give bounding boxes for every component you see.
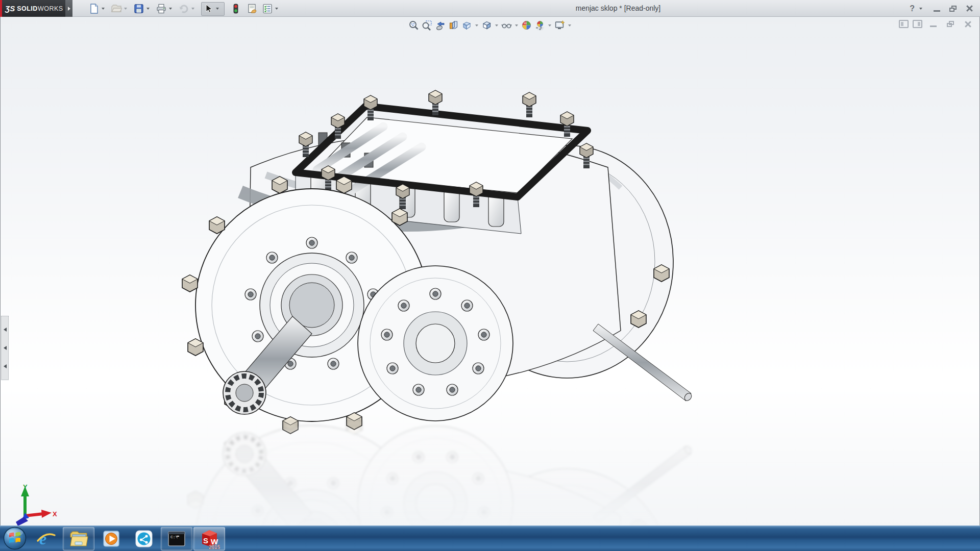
main-toolbar <box>87 2 283 16</box>
taskbar-solidworks[interactable]: S W 2015 <box>193 527 225 550</box>
restore-button[interactable] <box>946 4 960 13</box>
options-checklist-icon <box>262 3 273 14</box>
hide-show-items-dropdown[interactable] <box>514 24 519 27</box>
titlebar-window-controls: ? <box>910 0 976 17</box>
command-prompt-icon: C:\ <box>166 529 187 549</box>
print-button[interactable] <box>155 3 167 15</box>
eyeglasses-icon <box>501 20 512 31</box>
arrow-right-icon <box>68 7 70 11</box>
file-properties-button[interactable] <box>246 3 258 15</box>
windows-explorer-icon <box>68 529 89 549</box>
select-tool-group <box>201 2 225 16</box>
sw-year-badge: 2015 <box>209 544 220 549</box>
select-tool-dropdown[interactable] <box>214 3 220 15</box>
zoom-to-fit-icon <box>408 20 419 31</box>
options-dropdown[interactable] <box>274 3 280 15</box>
panel-left-icon <box>901 22 903 26</box>
windows-start-orb-icon <box>3 527 27 550</box>
new-document-dropdown[interactable] <box>100 3 106 15</box>
taskbar-internet-explorer[interactable]: e <box>30 527 62 550</box>
panel-right-icon <box>918 22 920 26</box>
arrow-left-icon <box>4 346 7 350</box>
solidworks-logo-text: SOLIDWORKS <box>17 5 63 12</box>
display-style-dropdown[interactable] <box>494 24 499 27</box>
traffic-light-icon <box>230 3 241 14</box>
undo-dropdown[interactable] <box>190 3 196 15</box>
save-button[interactable] <box>133 3 145 15</box>
rebuild-button[interactable] <box>230 3 242 15</box>
graphics-viewport[interactable]: Y X Z *Dimetric <box>0 17 980 525</box>
view-orientation-button[interactable] <box>461 19 473 31</box>
help-dropdown[interactable] <box>918 3 924 15</box>
taskbar-windows-explorer[interactable] <box>63 527 94 550</box>
undo-icon <box>178 3 189 14</box>
menu-expand-arrow[interactable] <box>65 0 72 17</box>
open-folder-icon <box>111 3 122 14</box>
taskbar: e C:\ <box>0 525 980 551</box>
arrow-left-icon <box>4 364 7 368</box>
start-button[interactable] <box>0 525 30 551</box>
restore-icon <box>949 6 957 12</box>
cmd-prompt-text: C:\ <box>170 535 178 539</box>
appearance-ball-icon <box>521 20 532 31</box>
minimize-button[interactable] <box>930 4 943 13</box>
gearbox-model-group <box>182 90 693 434</box>
viewport-window-controls <box>899 19 974 29</box>
doc-minimize-button[interactable] <box>926 19 940 29</box>
model-3d-gearbox[interactable] <box>164 65 705 525</box>
previous-view-icon <box>435 20 446 31</box>
printer-icon <box>156 3 167 14</box>
edit-appearance-button[interactable] <box>521 19 532 31</box>
solidworks-2015-icon: S W 2015 <box>199 528 220 549</box>
save-dropdown[interactable] <box>145 3 151 15</box>
open-dropdown[interactable] <box>122 3 129 15</box>
select-tool-button[interactable] <box>202 3 214 15</box>
doc-restore-button[interactable] <box>944 19 957 29</box>
zoom-to-area-button[interactable] <box>421 19 433 31</box>
share-app-icon <box>134 529 154 549</box>
zoom-to-area-icon <box>422 20 432 31</box>
doc-close-icon <box>965 21 971 28</box>
hide-show-items-button[interactable] <box>501 19 512 31</box>
doc-close-button[interactable] <box>961 19 974 29</box>
apply-scene-icon <box>534 20 545 31</box>
new-document-button[interactable] <box>88 3 100 15</box>
zoom-to-fit-button[interactable] <box>408 19 420 31</box>
feature-tree-collapsed-tab[interactable] <box>1 316 9 380</box>
view-settings-button[interactable] <box>554 19 566 31</box>
solidworks-logo-mark-icon: ƷS <box>5 4 15 13</box>
view-orientation-icon <box>461 20 472 31</box>
view-orientation-dropdown[interactable] <box>474 24 479 27</box>
triad-x-label: X <box>53 510 57 518</box>
doc-minimize-icon <box>930 26 937 27</box>
arrow-left-icon <box>4 328 7 332</box>
open-button[interactable] <box>110 3 122 15</box>
panel-toggle-left-button[interactable] <box>899 20 909 28</box>
display-style-button[interactable] <box>481 19 493 31</box>
close-icon <box>966 5 973 12</box>
options-button[interactable] <box>261 3 274 15</box>
file-properties-icon <box>247 3 258 14</box>
taskbar-command-prompt[interactable]: C:\ <box>161 527 192 550</box>
taskbar-media-player[interactable] <box>95 527 127 550</box>
section-view-button[interactable] <box>448 19 459 31</box>
close-button[interactable] <box>963 4 976 13</box>
logo-red-strip <box>0 0 2 17</box>
help-button[interactable]: ? <box>910 4 915 13</box>
print-dropdown[interactable] <box>167 3 174 15</box>
save-floppy-icon <box>133 3 144 14</box>
undo-button[interactable] <box>178 3 190 15</box>
window-title: menjac sklop * [Read-only] <box>576 4 661 12</box>
title-bar: ƷS SOLIDWORKS <box>0 0 980 17</box>
taskbar-share-app[interactable] <box>128 527 160 550</box>
panel-toggle-right-button[interactable] <box>913 20 922 28</box>
heads-up-view-toolbar <box>408 19 572 31</box>
model-reflection <box>182 413 693 525</box>
minimize-icon <box>934 10 940 12</box>
triad-y-label: Y <box>23 483 28 491</box>
view-settings-dropdown[interactable] <box>567 24 572 27</box>
apply-scene-button[interactable] <box>534 19 546 31</box>
display-style-icon <box>481 20 492 31</box>
previous-view-button[interactable] <box>434 19 446 31</box>
apply-scene-dropdown[interactable] <box>547 24 552 27</box>
